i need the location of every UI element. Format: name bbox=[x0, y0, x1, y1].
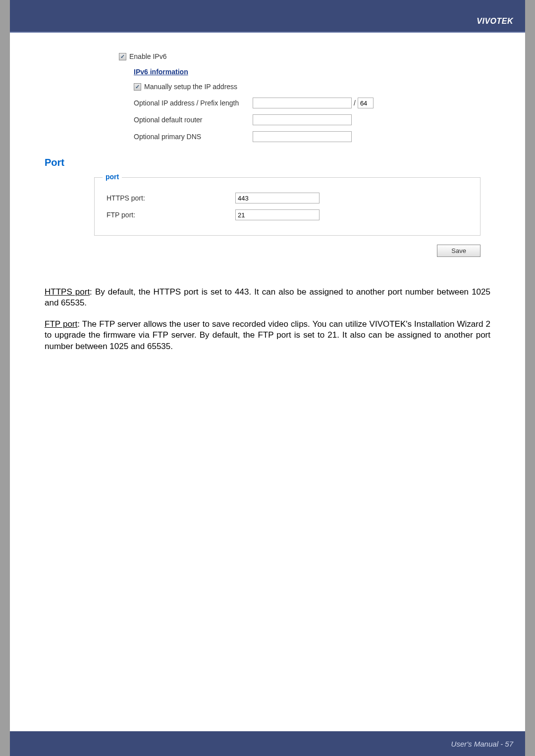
footer-text: User's Manual - 57 bbox=[451, 740, 513, 748]
enable-ipv6-checkbox[interactable] bbox=[119, 53, 126, 60]
manual-ip-checkbox[interactable] bbox=[134, 83, 141, 91]
header-bar: VIVOTEK bbox=[10, 0, 525, 32]
save-button[interactable]: Save bbox=[437, 245, 481, 257]
https-port-label: HTTPS port: bbox=[107, 194, 235, 202]
brand-label: VIVOTEK bbox=[477, 17, 513, 26]
ip-address-label: Optional IP address / Prefix length bbox=[134, 99, 253, 107]
port-heading: Port bbox=[45, 157, 490, 168]
manual-ip-label: Manually setup the IP address bbox=[144, 83, 237, 91]
enable-ipv6-label: Enable IPv6 bbox=[129, 52, 167, 60]
footer-bar: User's Manual - 57 bbox=[10, 731, 525, 756]
ftp-port-input[interactable] bbox=[235, 209, 320, 220]
ftp-port-paragraph: FTP port: The FTP server allows the user… bbox=[45, 319, 490, 352]
port-legend: port bbox=[103, 173, 122, 181]
ip-address-row: Optional IP address / Prefix length / bbox=[134, 98, 490, 108]
port-fieldset: port HTTPS port: FTP port: bbox=[94, 177, 481, 236]
ftp-port-row: FTP port: bbox=[107, 209, 468, 220]
enable-ipv6-row: Enable IPv6 bbox=[119, 52, 490, 60]
https-port-row: HTTPS port: bbox=[107, 193, 468, 203]
manual-ip-row: Manually setup the IP address bbox=[134, 83, 490, 91]
primary-dns-label: Optional primary DNS bbox=[134, 133, 253, 141]
ftp-port-desc: : The FTP server allows the user to save… bbox=[45, 319, 490, 351]
https-port-input[interactable] bbox=[235, 193, 320, 203]
primary-dns-row: Optional primary DNS bbox=[134, 131, 490, 142]
https-port-desc: : By default, the HTTPS port is set to 4… bbox=[45, 287, 490, 307]
https-port-term: HTTPS port bbox=[45, 287, 90, 297]
default-router-row: Optional default router bbox=[134, 114, 490, 125]
prefix-length-input[interactable] bbox=[358, 98, 374, 108]
body-text: HTTPS port: By default, the HTTPS port i… bbox=[45, 287, 490, 352]
ip-address-input[interactable] bbox=[253, 98, 352, 108]
ftp-port-label: FTP port: bbox=[107, 211, 235, 219]
ipv6-information-link[interactable]: IPv6 information bbox=[134, 68, 188, 76]
default-router-input[interactable] bbox=[253, 114, 352, 125]
primary-dns-input[interactable] bbox=[253, 131, 352, 142]
prefix-slash: / bbox=[354, 99, 356, 107]
https-port-paragraph: HTTPS port: By default, the HTTPS port i… bbox=[45, 287, 490, 309]
default-router-label: Optional default router bbox=[134, 116, 253, 124]
ftp-port-term: FTP port bbox=[45, 319, 77, 329]
